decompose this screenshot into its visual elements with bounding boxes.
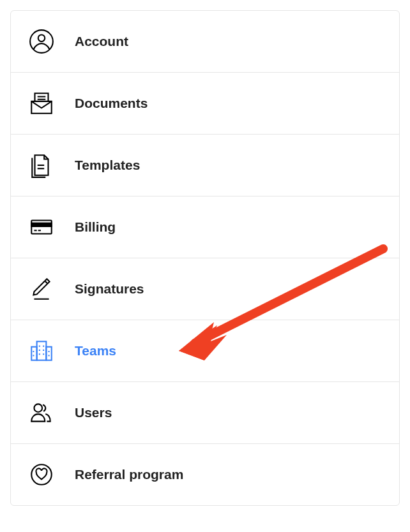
menu-label: Referral program [75, 467, 183, 482]
menu-label: Account [75, 34, 128, 49]
svg-point-25 [31, 464, 52, 485]
documents-icon [26, 88, 57, 119]
menu-item-templates[interactable]: Templates [11, 135, 399, 196]
teams-icon [26, 336, 57, 366]
billing-icon [26, 212, 57, 242]
users-icon [26, 397, 57, 428]
svg-rect-11 [37, 341, 47, 360]
menu-label: Documents [75, 96, 148, 111]
settings-menu: Account Documents Templates [10, 10, 400, 506]
menu-item-billing[interactable]: Billing [11, 196, 399, 258]
menu-item-documents[interactable]: Documents [11, 73, 399, 135]
account-icon [26, 26, 57, 57]
menu-item-users[interactable]: Users [11, 382, 399, 444]
svg-rect-13 [46, 347, 51, 360]
menu-label: Billing [75, 219, 116, 235]
menu-item-referral[interactable]: Referral program [11, 444, 399, 505]
menu-label: Signatures [75, 281, 144, 297]
menu-label: Users [75, 405, 112, 420]
svg-point-24 [34, 404, 42, 412]
svg-rect-6 [31, 223, 52, 226]
menu-item-signatures[interactable]: Signatures [11, 258, 399, 320]
referral-icon [26, 459, 57, 490]
svg-rect-12 [31, 347, 36, 360]
menu-item-teams[interactable]: Teams [11, 320, 399, 382]
templates-icon [26, 150, 57, 181]
signatures-icon [26, 274, 57, 304]
menu-label: Templates [75, 158, 140, 173]
menu-label: Teams [75, 343, 116, 358]
svg-line-9 [45, 281, 47, 283]
menu-item-account[interactable]: Account [11, 11, 399, 73]
